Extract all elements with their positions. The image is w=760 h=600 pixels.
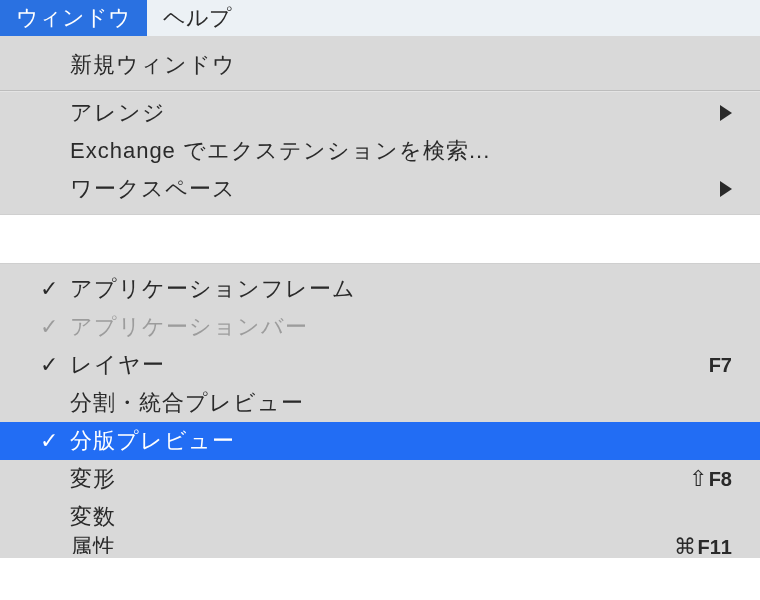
menu-item-label: 分版プレビュー	[70, 426, 732, 456]
submenu-arrow-icon	[720, 105, 732, 121]
menu-shortcut: ⌘F11	[674, 536, 732, 558]
menu-item-app-bar: ✓ アプリケーションバー	[0, 308, 760, 346]
menubar-item-window[interactable]: ウィンドウ	[0, 0, 147, 36]
check-icon: ✓	[40, 430, 59, 452]
menu-item-transform[interactable]: 変形 ⇧F8	[0, 460, 760, 498]
menu-item-label: 分割・統合プレビュー	[70, 388, 732, 418]
menu-item-label: ワークスペース	[70, 174, 720, 204]
menu-panel-bottom: ✓ アプリケーションフレーム ✓ アプリケーションバー ✓ レイヤー F7 分割…	[0, 263, 760, 558]
menu-item-app-frame[interactable]: ✓ アプリケーションフレーム	[0, 270, 760, 308]
menu-item-label: レイヤー	[70, 350, 709, 380]
menu-item-label: 属性	[70, 536, 674, 558]
submenu-arrow-icon	[720, 181, 732, 197]
menu-item-separations-preview[interactable]: ✓ 分版プレビュー	[0, 422, 760, 460]
menu-item-label: 変形	[70, 464, 689, 494]
menu-item-label: アレンジ	[70, 98, 720, 128]
menu-item-layers[interactable]: ✓ レイヤー F7	[0, 346, 760, 384]
menu-item-label: 変数	[70, 502, 732, 532]
command-icon: ⌘	[674, 536, 696, 558]
menu-shortcut: ⇧F8	[689, 466, 732, 492]
check-icon: ✓	[40, 354, 59, 376]
menu-item-workspace[interactable]: ワークスペース	[0, 170, 760, 208]
menu-item-variables[interactable]: 変数	[0, 498, 760, 536]
menu-item-label: アプリケーションバー	[70, 312, 732, 342]
menu-item-exchange[interactable]: Exchange でエクステンションを検索...	[0, 132, 760, 170]
menu-separator	[0, 90, 760, 92]
check-icon: ✓	[40, 278, 59, 300]
menu-item-flatten-preview[interactable]: 分割・統合プレビュー	[0, 384, 760, 422]
menu-item-label: アプリケーションフレーム	[70, 274, 732, 304]
shift-icon: ⇧	[689, 466, 707, 491]
menubar-item-help[interactable]: ヘルプ	[147, 0, 248, 36]
menu-item-attributes[interactable]: 属性 ⌘F11	[0, 536, 760, 558]
menu-panel-top: 新規ウィンドウ アレンジ Exchange でエクステンションを検索... ワー…	[0, 36, 760, 215]
check-icon: ✓	[40, 316, 59, 338]
menubar: ウィンドウ ヘルプ	[0, 0, 760, 36]
menu-item-label: 新規ウィンドウ	[70, 50, 732, 80]
menu-item-arrange[interactable]: アレンジ	[0, 94, 760, 132]
menu-item-new-window[interactable]: 新規ウィンドウ	[0, 42, 760, 88]
menu-shortcut: F7	[709, 354, 732, 377]
menu-item-label: Exchange でエクステンションを検索...	[70, 136, 732, 166]
